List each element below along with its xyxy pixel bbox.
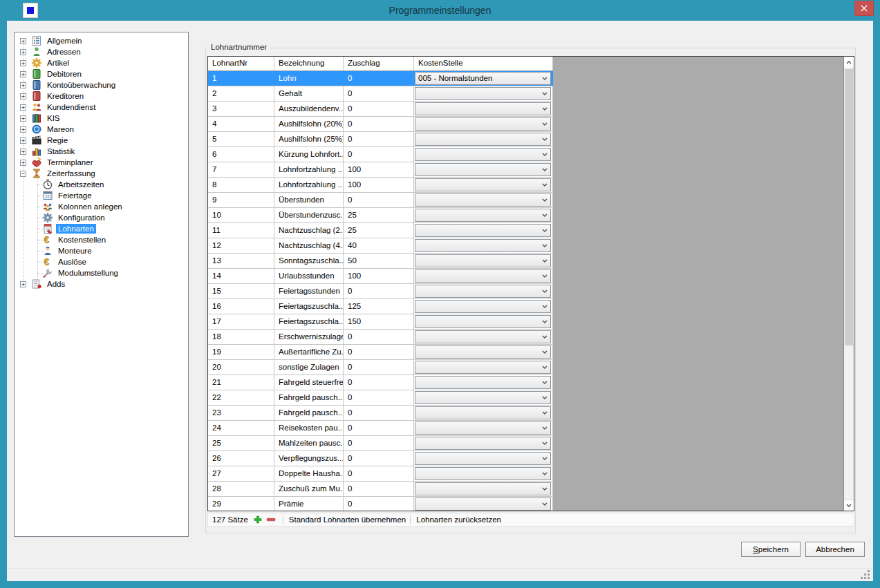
bezeichnung-cell[interactable]: Gehalt <box>274 86 344 101</box>
zuschlag-cell[interactable]: 0 <box>344 193 414 207</box>
sidebar-item-kreditoren[interactable]: +Kreditoren <box>15 91 188 102</box>
bezeichnung-cell[interactable]: Urlaubsstunden <box>274 269 344 283</box>
expand-icon[interactable]: + <box>20 82 26 88</box>
expand-icon[interactable]: + <box>20 149 26 155</box>
kostenstelle-dropdown[interactable] <box>415 193 551 207</box>
kostenstelle-dropdown[interactable] <box>415 300 551 313</box>
sidebar-item-adds[interactable]: +Adds <box>15 278 188 290</box>
expand-icon[interactable]: + <box>20 115 26 122</box>
bezeichnung-cell[interactable]: Fahrgeld pausch... <box>274 406 344 420</box>
kostenstelle-dropdown[interactable] <box>415 361 551 374</box>
bezeichnung-cell[interactable]: Kürzung Lohnfort... <box>274 147 344 162</box>
bezeichnung-cell[interactable]: Lohn <box>274 71 344 86</box>
sidebar-item-statistik[interactable]: +Statistik <box>15 146 188 157</box>
bezeichnung-cell[interactable]: Lohnfortzahlung ... <box>274 178 344 192</box>
sidebar-item-kontoueberwachung[interactable]: +Kontoüberwachung <box>15 79 188 91</box>
column-header-bezeichnung[interactable]: Bezeichnung <box>274 57 344 70</box>
vertical-scrollbar[interactable] <box>843 57 854 511</box>
table-row-5[interactable]: 5Aushilfslohn (25%)0 <box>208 132 553 147</box>
table-row-19[interactable]: 19Außertarifliche Zu...0 <box>208 345 553 360</box>
kostenstelle-dropdown[interactable] <box>415 224 551 237</box>
table-row-22[interactable]: 22Fahrgeld pausch...0 <box>208 390 553 406</box>
bezeichnung-cell[interactable]: Reisekosten pau... <box>274 421 344 435</box>
lohnartnr-cell[interactable]: 23 <box>208 406 274 420</box>
lohnartnr-cell[interactable]: 12 <box>208 238 274 253</box>
titlebar[interactable]: Programmeinstellungen <box>0 0 880 21</box>
bezeichnung-cell[interactable]: Fahrgeld steuerfrei <box>274 375 344 390</box>
sidebar-item-lohnarten[interactable]: Lohnarten <box>15 223 188 234</box>
bezeichnung-cell[interactable]: Mahlzeiten pausc... <box>274 436 344 451</box>
zuschlag-cell[interactable]: 0 <box>344 497 414 511</box>
lohnartnr-cell[interactable]: 21 <box>208 375 274 390</box>
zuschlag-cell[interactable]: 50 <box>344 254 414 268</box>
table-row-10[interactable]: 10Überstundenzusc...25 <box>208 208 553 223</box>
table-row-20[interactable]: 20sonstige Zulagen0 <box>208 360 553 375</box>
expand-icon[interactable]: + <box>20 49 26 55</box>
bezeichnung-cell[interactable]: Feiertagszuschla... <box>274 314 344 329</box>
kostenstelle-dropdown[interactable] <box>415 376 551 389</box>
lohnartnr-cell[interactable]: 16 <box>208 299 274 314</box>
table-row-14[interactable]: 14Urlaubsstunden100 <box>208 269 553 284</box>
lohnartnr-cell[interactable]: 25 <box>208 436 274 451</box>
lohnartnr-cell[interactable]: 28 <box>208 482 274 496</box>
zuschlag-cell[interactable]: 0 <box>344 406 414 420</box>
table-row-18[interactable]: 18Erschwerniszulage0 <box>208 330 553 345</box>
sidebar-item-debitoren[interactable]: +Debitoren <box>15 68 188 79</box>
table-row-13[interactable]: 13Sonntagszuschla...50 <box>208 254 553 269</box>
table-row-4[interactable]: 4Aushilfslohn (20%)0 <box>208 117 553 132</box>
sidebar-item-modulumstellung[interactable]: Modulumstellung <box>15 267 188 278</box>
zuschlag-cell[interactable]: 0 <box>344 466 414 481</box>
table-row-29[interactable]: 29Prämie0 <box>208 497 553 511</box>
bezeichnung-cell[interactable]: Nachtzuschlag (4... <box>274 238 344 253</box>
kostenstelle-dropdown[interactable] <box>415 148 551 161</box>
sidebar-item-feiertage[interactable]: Feiertage <box>15 190 188 201</box>
table-row-2[interactable]: 2Gehalt0 <box>208 86 553 102</box>
zuschlag-cell[interactable]: 25 <box>344 208 414 222</box>
kostenstelle-dropdown[interactable] <box>415 209 551 222</box>
zuschlag-cell[interactable]: 100 <box>344 269 414 283</box>
zuschlag-cell[interactable]: 0 <box>344 436 414 451</box>
expand-icon[interactable]: + <box>20 137 26 144</box>
zuschlag-cell[interactable]: 25 <box>344 223 414 238</box>
lohnartnr-cell[interactable]: 2 <box>208 86 274 101</box>
table-row-26[interactable]: 26Verpflegungszus...0 <box>208 451 553 466</box>
bezeichnung-cell[interactable]: Auszubildendenv... <box>274 102 344 116</box>
table-row-17[interactable]: 17Feiertagszuschla...150 <box>208 314 553 330</box>
sidebar-item-kis[interactable]: +KIS <box>15 113 188 124</box>
lohnartnr-cell[interactable]: 4 <box>208 117 274 131</box>
lohnarten-reset-button[interactable]: Lohnarten zurücksetzen <box>416 515 501 524</box>
zuschlag-cell[interactable]: 0 <box>344 451 414 466</box>
kostenstelle-dropdown[interactable] <box>415 452 551 465</box>
lohnartnr-cell[interactable]: 13 <box>208 254 274 268</box>
lohnartnr-cell[interactable]: 6 <box>208 147 274 162</box>
kostenstelle-dropdown[interactable] <box>415 285 551 298</box>
table-row-16[interactable]: 16Feiertagszuschla...125 <box>208 299 553 314</box>
bezeichnung-cell[interactable]: Sonntagszuschla... <box>274 254 344 268</box>
zuschlag-cell[interactable]: 0 <box>344 360 414 374</box>
column-header-kostenstelle[interactable]: KostenStelle <box>414 57 553 70</box>
table-row-23[interactable]: 23Fahrgeld pausch...0 <box>208 406 553 421</box>
zuschlag-cell[interactable]: 0 <box>344 330 414 344</box>
column-header-zuschlag[interactable]: Zuschlag <box>344 57 414 70</box>
lohnartnr-cell[interactable]: 1 <box>208 71 274 86</box>
sidebar-item-artikel[interactable]: +Artikel <box>15 57 188 68</box>
bezeichnung-cell[interactable]: Überstunden <box>274 193 344 207</box>
sidebar-item-regie[interactable]: +Regie <box>15 135 188 146</box>
lohnartnr-cell[interactable]: 22 <box>208 390 274 405</box>
kostenstelle-dropdown[interactable] <box>415 87 551 100</box>
table-row-24[interactable]: 24Reisekosten pau...0 <box>208 421 553 436</box>
save-button[interactable]: Speichern <box>741 542 801 557</box>
add-row-button[interactable] <box>254 515 262 524</box>
sidebar-item-zeiterfassung[interactable]: −Zeiterfassung <box>15 168 188 179</box>
lohnartnr-cell[interactable]: 7 <box>208 162 274 177</box>
kostenstelle-dropdown[interactable] <box>415 437 551 450</box>
bezeichnung-cell[interactable]: Nachtzuschlag (2... <box>274 223 344 238</box>
bezeichnung-cell[interactable]: Erschwerniszulage <box>274 330 344 344</box>
sidebar-item-arbeitszeiten[interactable]: Arbeitszeiten <box>15 179 188 190</box>
table-row-7[interactable]: 7Lohnfortzahlung ...100 <box>208 162 553 178</box>
kostenstelle-dropdown[interactable] <box>415 178 551 191</box>
zuschlag-cell[interactable]: 0 <box>344 117 414 131</box>
lohnartnr-cell[interactable]: 18 <box>208 330 274 344</box>
kostenstelle-dropdown[interactable] <box>415 497 551 511</box>
sidebar-item-kolonnen-anlegen[interactable]: Kolonnen anlegen <box>15 201 188 212</box>
